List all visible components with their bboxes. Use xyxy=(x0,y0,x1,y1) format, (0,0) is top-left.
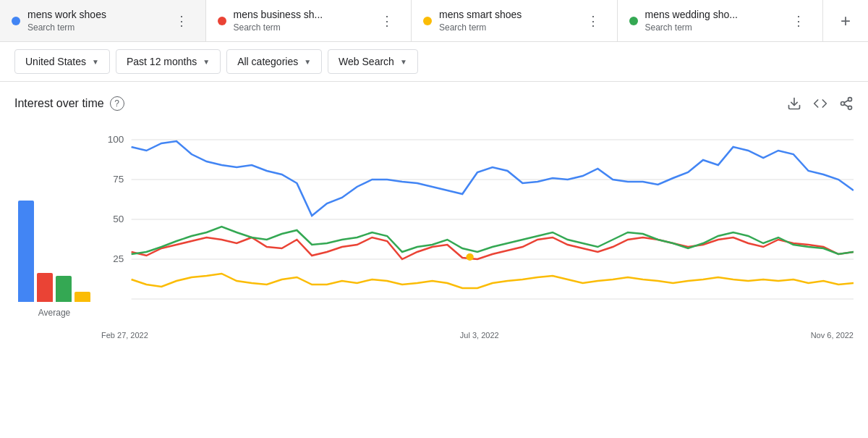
svg-text:100: 100 xyxy=(108,134,124,145)
avg-bar-blue xyxy=(18,201,34,302)
term3-name: mens smart shoes xyxy=(439,9,582,20)
term4-dot xyxy=(629,17,638,25)
term3-text: mens smart shoes Search term xyxy=(439,9,582,33)
category-chevron-icon: ▼ xyxy=(304,58,311,66)
type-chevron-icon: ▼ xyxy=(400,58,407,66)
time-chevron-icon: ▼ xyxy=(203,58,210,66)
geo-filter-label: United States xyxy=(25,56,86,67)
yellow-line xyxy=(132,274,854,288)
term2-text: mens business sh... Search term xyxy=(234,9,377,33)
chart-svg: 100 75 50 25 xyxy=(101,125,854,328)
red-line xyxy=(132,237,854,259)
main-content: Interest over time ? xyxy=(0,82,868,354)
green-line xyxy=(132,227,854,254)
x-label-jul: Jul 3, 2022 xyxy=(460,331,499,340)
term4-name: mens wedding sho... xyxy=(645,9,788,20)
term1-dot xyxy=(12,17,20,25)
term1-label: Search term xyxy=(27,22,171,33)
download-button[interactable] xyxy=(787,96,801,111)
help-icon[interactable]: ? xyxy=(110,96,124,111)
geo-filter[interactable]: United States ▼ xyxy=(14,49,110,74)
term4-menu-icon[interactable]: ⋮ xyxy=(788,10,811,32)
filter-bar: United States ▼ Past 12 months ▼ All cat… xyxy=(0,42,868,82)
svg-text:75: 75 xyxy=(113,174,124,185)
x-label-feb: Feb 27, 2022 xyxy=(101,331,148,340)
term4-label: Search term xyxy=(645,22,788,33)
avg-bar-red xyxy=(37,273,53,302)
type-filter[interactable]: Web Search ▼ xyxy=(328,49,418,74)
svg-line-5 xyxy=(844,100,848,102)
section-title-container: Interest over time ? xyxy=(14,96,124,111)
term3-dot xyxy=(423,17,432,25)
search-term-item-3[interactable]: mens smart shoes Search term ⋮ xyxy=(412,0,618,41)
highlight-dot xyxy=(466,253,473,261)
avg-bars-container xyxy=(18,186,90,302)
avg-bar-green xyxy=(56,276,72,302)
x-label-nov: Nov 6, 2022 xyxy=(811,331,854,340)
time-filter-label: Past 12 months xyxy=(127,56,197,67)
term2-dot xyxy=(218,17,226,25)
blue-line xyxy=(132,141,854,216)
category-filter-label: All categories xyxy=(237,56,298,67)
time-filter[interactable]: Past 12 months ▼ xyxy=(116,49,221,74)
chart-x-labels: Feb 27, 2022 Jul 3, 2022 Nov 6, 2022 xyxy=(101,328,854,340)
term1-text: mens work shoes Search term xyxy=(27,9,171,33)
chart-area: Average 100 75 50 25 xyxy=(14,125,854,340)
term3-menu-icon[interactable]: ⋮ xyxy=(582,10,605,32)
avg-bar-yellow xyxy=(75,292,90,302)
term1-menu-icon[interactable]: ⋮ xyxy=(171,10,194,32)
term2-menu-icon[interactable]: ⋮ xyxy=(376,10,399,32)
term1-name: mens work shoes xyxy=(27,9,171,20)
term4-text: mens wedding sho... Search term xyxy=(645,9,788,33)
search-term-item-2[interactable]: mens business sh... Search term ⋮ xyxy=(206,0,412,41)
chart-svg-container: 100 75 50 25 xyxy=(101,125,854,328)
svg-text:25: 25 xyxy=(113,253,124,264)
chart-main: 100 75 50 25 Feb 27, 202 xyxy=(101,125,854,340)
embed-button[interactable] xyxy=(813,96,827,111)
search-term-item-4[interactable]: mens wedding sho... Search term ⋮ xyxy=(618,0,824,41)
svg-line-4 xyxy=(844,104,848,106)
add-term-button[interactable]: + xyxy=(823,0,868,41)
section-actions xyxy=(787,96,854,111)
term3-label: Search term xyxy=(439,22,582,33)
geo-chevron-icon: ▼ xyxy=(92,58,99,66)
term2-name: mens business sh... xyxy=(234,9,377,20)
term2-label: Search term xyxy=(234,22,377,33)
category-filter[interactable]: All categories ▼ xyxy=(226,49,322,74)
type-filter-label: Web Search xyxy=(339,56,394,67)
interest-over-time-title: Interest over time xyxy=(14,97,104,110)
search-terms-bar: mens work shoes Search term ⋮ mens busin… xyxy=(0,0,868,42)
search-term-item-1[interactable]: mens work shoes Search term ⋮ xyxy=(0,0,206,41)
chart-average: Average xyxy=(14,125,101,340)
avg-label: Average xyxy=(38,308,70,318)
share-button[interactable] xyxy=(839,96,854,111)
section-header: Interest over time ? xyxy=(14,96,854,111)
svg-text:50: 50 xyxy=(113,214,124,224)
